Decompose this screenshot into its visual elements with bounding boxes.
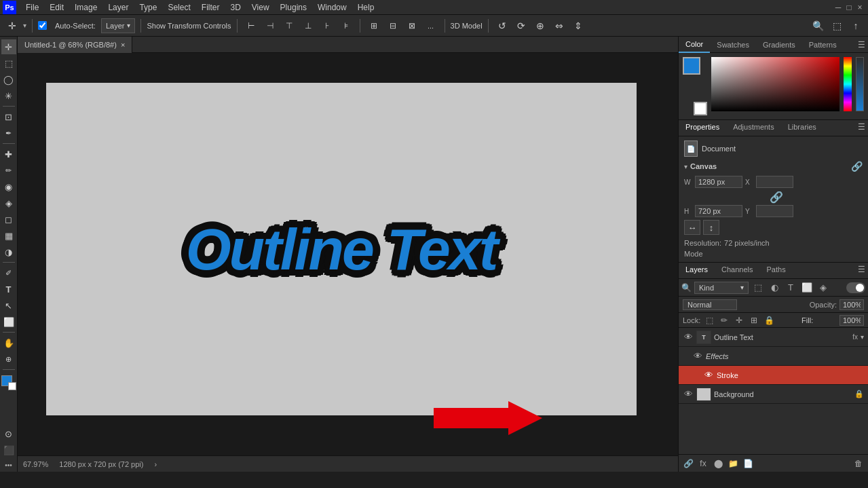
dimension-link-icon[interactable]: 🔗 [770, 191, 783, 204]
menu-3d[interactable]: 3D [225, 1, 246, 14]
window-maximize-btn[interactable]: □ [844, 2, 854, 13]
opacity-slider[interactable] [856, 57, 864, 111]
align-left-btn[interactable]: ⊢ [243, 18, 259, 34]
clone-tool[interactable]: ◉ [1, 179, 16, 194]
layer-effects[interactable]: 👁 Effects [679, 347, 868, 366]
3d-scale-btn[interactable]: ⇕ [570, 18, 586, 34]
lock-all-btn[interactable]: 🔒 [763, 314, 775, 326]
menu-layer[interactable]: Layer [102, 1, 134, 14]
add-style-btn[interactable]: fx [696, 457, 710, 470]
eraser-tool[interactable]: ◻ [1, 212, 16, 227]
background-visibility-eye[interactable]: 👁 [683, 389, 694, 400]
align-center-v-btn[interactable]: ⊦ [319, 18, 335, 34]
filter-adjustment-btn[interactable]: ◐ [768, 281, 781, 295]
menu-plugins[interactable]: Plugins [275, 1, 312, 14]
tab-color[interactable]: Color [679, 37, 710, 53]
move-tool[interactable]: ✛ [1, 39, 16, 54]
3d-slide-btn[interactable]: ⇔ [551, 18, 567, 34]
quick-mask-btn[interactable]: ⊙ [1, 426, 16, 441]
link-layers-btn[interactable]: 🔗 [681, 457, 695, 470]
dodge-tool[interactable]: ◑ [1, 244, 16, 259]
3d-pan-btn[interactable]: ⊕ [532, 18, 548, 34]
opacity-input[interactable] [839, 299, 864, 310]
share-btn[interactable]: ↑ [848, 18, 864, 34]
tab-paths[interactable]: Paths [760, 263, 793, 278]
menu-window[interactable]: Window [312, 1, 352, 14]
fill-input[interactable] [839, 315, 864, 326]
layer-stroke[interactable]: 👁 Stroke [679, 366, 868, 385]
lasso-tool[interactable]: ◯ [1, 72, 16, 87]
dist-v-btn[interactable]: ⊟ [385, 18, 401, 34]
lock-artboard-btn[interactable]: ⊞ [748, 314, 760, 326]
layer-background[interactable]: 👁 Background 🔒 [679, 385, 868, 404]
background-color[interactable] [8, 382, 16, 390]
tab-close-btn[interactable]: × [121, 41, 125, 49]
expand-tools-btn[interactable]: ••• [5, 462, 12, 469]
marquee-tool[interactable]: ⬚ [1, 56, 16, 71]
filter-smart-btn[interactable]: ◈ [816, 281, 830, 295]
text-tool[interactable]: T [1, 282, 16, 297]
filter-toggle-btn[interactable] [846, 282, 865, 293]
window-close-btn[interactable]: × [854, 2, 865, 13]
color-panel-options-btn[interactable]: ☰ [854, 38, 868, 52]
crop-tool[interactable]: ⊡ [1, 109, 16, 124]
toolbar-extra-btn[interactable]: ... [423, 18, 439, 34]
add-mask-btn[interactable]: ⬤ [711, 457, 725, 470]
tab-channels[interactable]: Channels [715, 263, 759, 278]
delete-layer-btn[interactable]: 🗑 [852, 457, 865, 470]
lock-image-btn[interactable]: ✏ [718, 314, 730, 326]
filter-shape-btn[interactable]: ⬜ [800, 281, 814, 295]
align-bottom-btn[interactable]: ⊧ [338, 18, 354, 34]
dist-h-btn[interactable]: ⊞ [366, 18, 382, 34]
link-icon[interactable]: 🔗 [851, 161, 863, 172]
menu-file[interactable]: File [20, 1, 44, 14]
dist-extra-btn[interactable]: ⊠ [404, 18, 420, 34]
tab-libraries[interactable]: Libraries [781, 120, 823, 136]
document-tab[interactable]: Untitled-1 @ 68% (RGB/8#) × [18, 37, 132, 53]
auto-select-dropdown[interactable]: Layer ▾ [101, 18, 136, 33]
zoom-tool[interactable]: ⊕ [1, 352, 16, 367]
canvas-collapse-arrow[interactable]: ▾ [684, 163, 687, 170]
layers-panel-options-btn[interactable]: ☰ [854, 263, 868, 276]
3d-roll-btn[interactable]: ⟳ [513, 18, 529, 34]
tab-gradients[interactable]: Gradients [756, 37, 802, 53]
history-brush-tool[interactable]: ◈ [1, 195, 16, 210]
fit-height-btn[interactable]: ↕ [703, 220, 719, 235]
tab-properties[interactable]: Properties [679, 120, 726, 136]
tool-options-dropdown[interactable]: ▾ [23, 22, 26, 29]
screen-mode-btn[interactable]: ⬛ [1, 443, 16, 457]
layer-visibility-eye[interactable]: 👁 [683, 332, 694, 343]
align-right-btn[interactable]: ⊤ [281, 18, 297, 34]
menu-help[interactable]: Help [352, 1, 380, 14]
hand-tool[interactable]: ✋ [1, 335, 16, 350]
tab-adjustments[interactable]: Adjustments [726, 120, 781, 136]
menu-type[interactable]: Type [134, 1, 162, 14]
menu-select[interactable]: Select [162, 1, 195, 14]
tab-patterns[interactable]: Patterns [802, 37, 844, 53]
move-tool-btn[interactable]: ✛ [4, 18, 20, 34]
auto-select-checkbox[interactable] [38, 21, 47, 30]
window-minimize-btn[interactable]: ─ [833, 2, 844, 13]
brush-tool[interactable]: ✏ [1, 163, 16, 178]
props-panel-options-btn[interactable]: ☰ [854, 120, 868, 134]
align-top-btn[interactable]: ⊥ [300, 18, 316, 34]
stroke-visibility-eye[interactable]: 👁 [703, 370, 714, 381]
filter-type-btn[interactable]: T [784, 281, 797, 295]
gradient-tool[interactable]: ▦ [1, 228, 16, 243]
workspace-btn[interactable]: ⬚ [829, 18, 845, 34]
expand-arrow[interactable]: › [154, 460, 157, 468]
magic-wand-tool[interactable]: ✳ [1, 88, 16, 103]
height-input[interactable] [695, 205, 742, 217]
menu-image[interactable]: Image [69, 1, 102, 14]
align-center-h-btn[interactable]: ⊣ [262, 18, 278, 34]
blend-mode-dropdown[interactable]: Normal [683, 299, 737, 310]
effects-visibility-eye[interactable]: 👁 [692, 351, 703, 362]
new-layer-btn[interactable]: 📄 [741, 457, 755, 470]
y-input[interactable] [756, 205, 793, 217]
filter-pixel-btn[interactable]: ⬚ [751, 281, 765, 295]
new-group-btn[interactable]: 📁 [726, 457, 740, 470]
layer-expand-arrow[interactable]: ▾ [861, 333, 864, 341]
foreground-swatch[interactable] [683, 57, 700, 75]
shape-tool[interactable]: ⬜ [1, 314, 16, 329]
menu-edit[interactable]: Edit [44, 1, 69, 14]
